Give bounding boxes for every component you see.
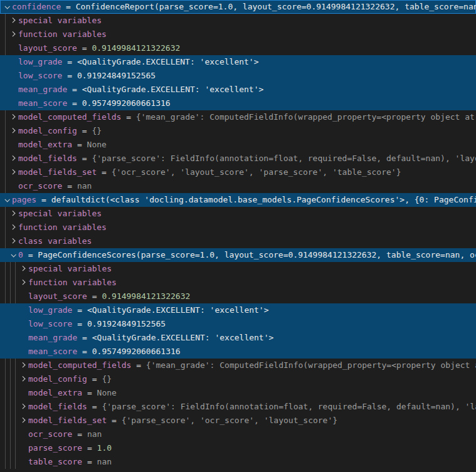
twistie-spacer (8, 97, 18, 110)
indent-guide (5, 414, 6, 427)
variable-name: model_computed_fields (18, 110, 121, 124)
twistie-spacer (18, 290, 28, 303)
variable-name: model_fields_set (18, 165, 97, 179)
indent-guide (5, 41, 6, 55)
variable-name: model_fields_set (28, 414, 107, 427)
variable-row[interactable]: function variables (0, 28, 476, 41)
variable-row[interactable]: table_score = nan (0, 455, 476, 469)
variable-row[interactable]: class variables (0, 234, 476, 248)
variable-row[interactable]: model_config = {} (0, 124, 476, 138)
chevron-right-icon[interactable] (8, 165, 18, 179)
chevron-right-icon[interactable] (18, 372, 28, 386)
variable-row[interactable]: pages = defaultdict(<class 'docling.data… (0, 193, 476, 207)
indent-guide (15, 455, 16, 469)
variable-value: 0.9574992060661316 (92, 345, 181, 359)
equals-sign: = (77, 152, 92, 165)
variable-name: ocr_score (28, 427, 72, 441)
variable-row[interactable]: layout_score = 0.9149984121322632 (0, 290, 476, 303)
equals-sign: = (87, 372, 102, 386)
indent-guide (10, 427, 11, 441)
chevron-right-icon (20, 362, 25, 367)
variable-value: <QualityGrade.EXCELLENT: 'excellent'> (77, 55, 259, 69)
variable-row[interactable]: ocr_score = nan (0, 427, 476, 441)
variable-row[interactable]: confidence = ConfidenceReport(parse_scor… (0, 0, 476, 14)
variable-row[interactable]: mean_score = 0.9574992060661316 (0, 345, 476, 359)
variable-name: special variables (18, 14, 102, 28)
indent-guide (5, 152, 6, 165)
variable-row[interactable]: model_fields = {'parse_score': FieldInfo… (0, 400, 476, 414)
variable-name: mean_score (18, 97, 67, 110)
indent-guide (5, 427, 6, 441)
variable-row[interactable]: special variables (0, 207, 476, 221)
chevron-right-icon (20, 280, 25, 285)
variable-row[interactable]: model_computed_fields = {'mean_grade': C… (0, 110, 476, 124)
indent-guide (5, 14, 6, 28)
chevron-right-icon[interactable] (8, 221, 18, 234)
variable-row[interactable]: mean_grade = <QualityGrade.EXCELLENT: 'e… (0, 331, 476, 345)
variable-row[interactable]: function variables (0, 276, 476, 290)
variable-row[interactable]: model_computed_fields = {'mean_grade': C… (0, 359, 476, 372)
variable-row[interactable]: low_score = 0.91924849152565 (0, 317, 476, 331)
twistie-spacer (18, 427, 28, 441)
indent-guide (5, 262, 6, 276)
variable-name: function variables (28, 276, 117, 290)
variable-row[interactable]: model_extra = None (0, 386, 476, 400)
variable-value: {'parse_score': FieldInfo(annotation=flo… (102, 400, 476, 414)
indent-guide (15, 372, 16, 386)
twistie-spacer (8, 55, 18, 69)
chevron-right-icon[interactable] (8, 28, 18, 41)
debug-variables-panel: confidence = ConfidenceReport(parse_scor… (0, 0, 476, 472)
equals-sign: = (62, 69, 77, 83)
chevron-right-icon[interactable] (8, 234, 18, 248)
variable-value: {'mean_grade': ComputedFieldInfo(wrapped… (146, 359, 476, 372)
variable-row[interactable]: model_fields_set = {'ocr_score', 'layout… (0, 165, 476, 179)
twistie-spacer (18, 303, 28, 317)
chevron-right-icon[interactable] (18, 276, 28, 290)
chevron-right-icon[interactable] (8, 152, 18, 165)
indent-guide (15, 276, 16, 290)
variable-row[interactable]: 0 = PageConfidenceScores(parse_score=1.0… (0, 248, 476, 262)
variable-row[interactable]: model_fields_set = {'parse_score', 'ocr_… (0, 414, 476, 427)
variable-row[interactable]: function variables (0, 221, 476, 234)
variable-row[interactable]: model_config = {} (0, 372, 476, 386)
chevron-right-icon[interactable] (8, 124, 18, 138)
variable-row[interactable]: special variables (0, 262, 476, 276)
variable-row[interactable]: model_extra = None (0, 138, 476, 152)
chevron-right-icon (10, 169, 15, 174)
variable-name: confidence (12, 0, 61, 14)
chevron-right-icon[interactable] (18, 414, 28, 427)
variable-value: nan (77, 179, 92, 193)
variable-row[interactable]: mean_score = 0.9574992060661316 (0, 97, 476, 110)
chevron-right-icon[interactable] (18, 400, 28, 414)
variable-value: <QualityGrade.EXCELLENT: 'excellent'> (92, 331, 274, 345)
variable-row[interactable]: model_fields = {'parse_score': FieldInfo… (0, 152, 476, 165)
chevron-right-icon[interactable] (18, 262, 28, 276)
equals-sign: = (61, 0, 75, 14)
variable-name: model_extra (28, 386, 82, 400)
chevron-down-icon[interactable] (8, 248, 18, 262)
variable-row[interactable]: special variables (0, 14, 476, 28)
variable-row[interactable]: low_grade = <QualityGrade.EXCELLENT: 'ex… (0, 303, 476, 317)
equals-sign: = (77, 345, 92, 359)
variable-row[interactable]: low_score = 0.91924849152565 (0, 69, 476, 83)
variable-row[interactable]: mean_grade = <QualityGrade.EXCELLENT: 'e… (0, 83, 476, 97)
equals-sign: = (67, 83, 82, 97)
variable-row[interactable]: parse_score = 1.0 (0, 441, 476, 455)
chevron-right-icon[interactable] (18, 359, 28, 372)
variable-name: mean_grade (28, 331, 77, 345)
chevron-down-icon[interactable] (2, 0, 12, 14)
variable-name: 0 (18, 248, 23, 262)
chevron-right-icon[interactable] (8, 207, 18, 221)
chevron-down-icon[interactable] (2, 193, 12, 207)
variable-row[interactable]: layout_score = 0.9149984121322632 (0, 41, 476, 55)
chevron-right-icon (10, 18, 15, 23)
variable-row[interactable]: ocr_score = nan (0, 179, 476, 193)
variable-value: <QualityGrade.EXCELLENT: 'excellent'> (87, 303, 269, 317)
chevron-right-icon[interactable] (8, 110, 18, 124)
variable-row[interactable]: low_grade = <QualityGrade.EXCELLENT: 'ex… (0, 55, 476, 69)
chevron-right-icon[interactable] (8, 14, 18, 28)
indent-guide (5, 234, 6, 248)
indent-guide (10, 359, 11, 372)
indent-guide (10, 262, 11, 276)
variable-name: layout_score (18, 41, 77, 55)
